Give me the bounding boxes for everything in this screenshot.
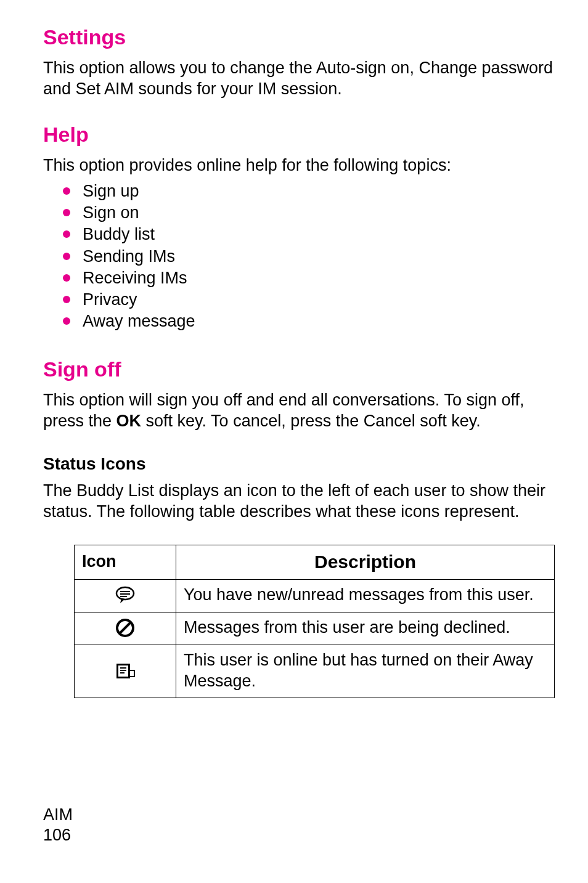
help-heading: Help [43, 122, 554, 147]
status-icons-heading: Status Icons [43, 454, 554, 474]
desc-cell: You have new/unread messages from this u… [176, 580, 555, 612]
icon-cell [75, 645, 176, 698]
away-note-icon [82, 661, 168, 681]
desc-cell: This user is online but has turned on th… [176, 645, 555, 698]
message-bubble-icon [82, 586, 168, 604]
manual-page: Settings This option allows you to chang… [0, 0, 588, 883]
col-icon-header: Icon [75, 545, 176, 580]
svg-line-5 [120, 622, 131, 633]
settings-body: This option allows you to change the Aut… [43, 57, 554, 100]
list-item: Sending IMs [63, 246, 554, 267]
list-item: Sign up [63, 181, 554, 202]
list-item: Buddy list [63, 224, 554, 245]
signoff-heading: Sign off [43, 357, 554, 382]
blocked-icon [82, 618, 168, 638]
table-row: This user is online but has turned on th… [75, 645, 555, 698]
status-icons-intro: The Buddy List displays an icon to the l… [43, 480, 554, 523]
desc-cell: Messages from this user are being declin… [176, 612, 555, 645]
signoff-body-post: soft key. To cancel, press the Cancel so… [141, 412, 481, 430]
page-footer: AIM 106 [43, 805, 73, 847]
icon-cell [75, 580, 176, 612]
table-row: You have new/unread messages from this u… [75, 580, 555, 612]
svg-rect-12 [130, 671, 134, 676]
table-header-row: Icon Description [75, 545, 555, 580]
col-desc-header: Description [176, 545, 555, 580]
settings-heading: Settings [43, 25, 554, 50]
footer-page-number: 106 [43, 825, 73, 846]
help-intro: This option provides online help for the… [43, 155, 554, 176]
table-row: Messages from this user are being declin… [75, 612, 555, 645]
signoff-body-bold: OK [116, 412, 142, 430]
list-item: Sign on [63, 202, 554, 224]
list-item: Away message [63, 311, 554, 332]
icon-cell [75, 612, 176, 645]
signoff-body: This option will sign you off and end al… [43, 389, 554, 432]
list-item: Receiving IMs [63, 267, 554, 289]
status-icons-table: Icon Description You have new/unread mes… [74, 545, 555, 699]
list-item: Privacy [63, 289, 554, 311]
footer-label: AIM [43, 805, 73, 826]
help-topics-list: Sign up Sign on Buddy list Sending IMs R… [63, 181, 554, 332]
